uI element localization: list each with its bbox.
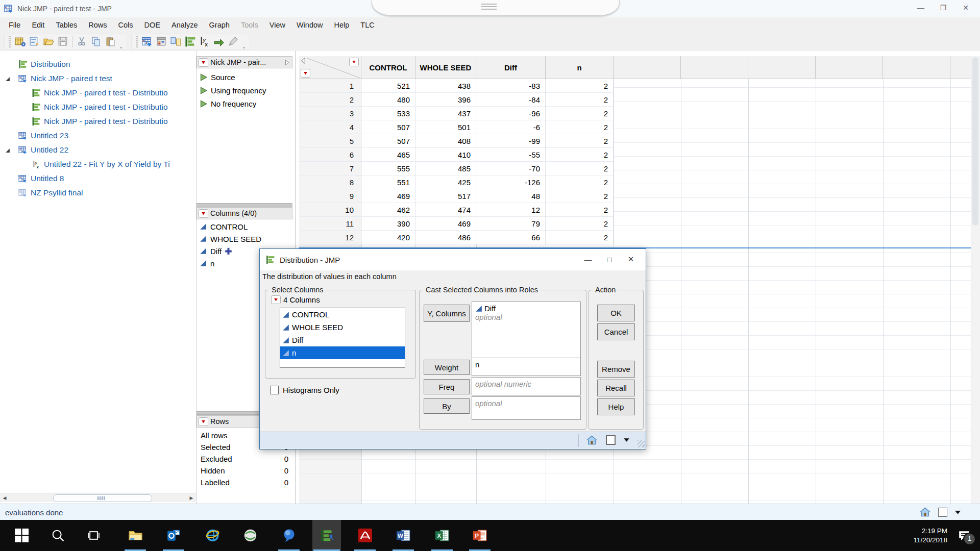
columns-red-triangle-icon[interactable] [349, 58, 359, 66]
red-triangle-icon[interactable] [199, 209, 208, 218]
table-cell[interactable]: 507 [361, 134, 415, 148]
toolbar-grip-icon[interactable] [9, 36, 11, 47]
table-cell[interactable]: 396 [415, 93, 476, 107]
table-cell[interactable]: 66 [476, 231, 546, 244]
dialog-close-button[interactable]: ✕ [620, 251, 642, 267]
taskbar-search-icon[interactable] [43, 520, 72, 551]
scroll-thumb[interactable] [972, 57, 978, 226]
column-header-empty[interactable] [883, 56, 950, 79]
row-number[interactable]: 1 [299, 79, 361, 93]
dialog-column-item[interactable]: n [280, 346, 405, 359]
column-item[interactable]: WHOLE SEED [200, 233, 261, 245]
table-cell[interactable]: 2 [546, 231, 614, 244]
row-number[interactable]: 12 [299, 231, 361, 244]
toolbar-new-journal-icon[interactable] [28, 36, 41, 48]
column-header-empty[interactable] [816, 56, 883, 79]
menu-help[interactable]: Help [329, 17, 355, 32]
taskbar-anyconnect-icon[interactable] [236, 520, 264, 551]
tree-item[interactable]: yxUntitled 22 - Fit Y by X of Yield by T… [0, 157, 196, 171]
row-number[interactable]: 2 [299, 93, 361, 107]
taskbar-acrobat-icon[interactable] [351, 520, 379, 551]
table-cell[interactable]: 438 [415, 79, 476, 93]
table-cell[interactable]: 469 [361, 189, 415, 203]
taskbar-word-icon[interactable]: W [389, 520, 418, 551]
scroll-right-icon[interactable]: ▶ [188, 494, 195, 501]
column-item[interactable]: n [200, 257, 214, 269]
remove-button[interactable]: Remove [597, 361, 635, 378]
column-header-control[interactable]: CONTROL [361, 56, 415, 79]
tree-item[interactable]: Untitled 23 [0, 129, 196, 143]
table-cell[interactable]: 2 [546, 79, 614, 93]
role-assigned-column[interactable]: Diff [475, 304, 577, 313]
ok-button[interactable]: OK [597, 305, 635, 321]
table-cell[interactable]: 425 [415, 176, 476, 189]
network-icon[interactable] [871, 531, 883, 540]
table-cell[interactable]: 2 [546, 203, 614, 217]
help-button[interactable]: Help [597, 398, 635, 415]
table-cell[interactable]: 551 [361, 176, 415, 189]
expander-icon[interactable] [5, 76, 10, 82]
toolbar-cut-icon[interactable] [75, 36, 88, 48]
tree-item[interactable]: Nick JMP - paired t test - Distributio [0, 114, 196, 129]
role-button-weight[interactable]: Weight [424, 360, 470, 375]
table-cell[interactable]: 2 [546, 134, 614, 148]
green-play-icon[interactable] [200, 73, 207, 81]
role-button-by[interactable]: By [424, 398, 470, 414]
footer-dropdown-icon[interactable] [623, 438, 630, 442]
table-cell[interactable]: -6 [476, 120, 546, 134]
table-cell[interactable]: -83 [476, 79, 546, 93]
table-cell[interactable]: 408 [415, 134, 476, 148]
taskbar-start-icon[interactable] [7, 520, 36, 551]
table-cell[interactable]: 480 [361, 93, 415, 107]
table-cell[interactable]: 469 [415, 217, 476, 231]
column-item[interactable]: Diff [200, 245, 236, 257]
table-cell[interactable]: -84 [476, 93, 546, 107]
home-icon[interactable] [586, 435, 597, 445]
table-cell[interactable]: -70 [476, 162, 546, 176]
table-cell[interactable]: 486 [415, 231, 476, 244]
table-script-item[interactable]: Source [200, 70, 235, 84]
toolbar-tabulate-icon[interactable] [155, 36, 168, 48]
toolbar-overflow-icon[interactable]: ⌄ [119, 44, 123, 49]
table-cell[interactable]: 474 [415, 203, 476, 217]
table-cell[interactable]: 521 [361, 79, 415, 93]
tree-item[interactable]: Untitled 22 [0, 143, 196, 157]
cancel-button[interactable]: Cancel [597, 323, 635, 340]
minimize-button[interactable]: — [910, 0, 932, 15]
menu-tlc[interactable]: TLC [355, 17, 380, 32]
histograms-only-option[interactable]: Histograms Only [270, 386, 339, 394]
tree-horizontal-scrollbar[interactable]: ◀▶ [0, 493, 196, 502]
table-script-item[interactable]: No frequency [200, 97, 256, 110]
red-triangle-icon[interactable] [199, 58, 208, 67]
toolbar-fit-y-by-x-icon[interactable]: yx [198, 36, 211, 48]
row-number[interactable]: 8 [299, 176, 361, 189]
role-box-freq[interactable]: optional numeric [472, 377, 581, 395]
action-center-icon[interactable]: 1 [955, 527, 973, 544]
home-icon[interactable] [920, 507, 930, 517]
row-number[interactable]: 10 [299, 203, 361, 217]
table-cell[interactable]: -55 [476, 148, 546, 162]
table-cell[interactable]: 2 [546, 189, 614, 203]
green-play-icon[interactable] [200, 100, 207, 108]
table-cell[interactable]: 465 [361, 148, 415, 162]
collapse-panel-icon[interactable] [301, 57, 306, 64]
table-vertical-scrollbar[interactable] [971, 56, 980, 504]
toolbar-save-icon[interactable] [56, 36, 69, 48]
clock[interactable]: 2:19 PM 11/20/2018 [913, 527, 947, 544]
menu-tables[interactable]: Tables [50, 17, 83, 32]
column-header-empty[interactable] [681, 56, 748, 79]
menu-window[interactable]: Window [291, 17, 329, 32]
table-cell[interactable]: 2 [546, 162, 614, 176]
pen-flyout-handle[interactable] [372, 0, 620, 16]
chevron-right-icon[interactable] [285, 59, 289, 66]
column-header-n[interactable]: n [546, 56, 614, 79]
battery-icon[interactable] [848, 532, 862, 540]
red-triangle-icon[interactable] [199, 417, 208, 426]
status-checkbox[interactable] [938, 508, 947, 517]
taskbar-jmp-icon[interactable] [312, 520, 341, 551]
tree-item[interactable]: Distribution [0, 57, 196, 71]
menu-tools[interactable]: Tools [235, 17, 264, 32]
column-item[interactable]: CONTROL [200, 220, 248, 233]
role-box-weight[interactable]: n [472, 358, 581, 376]
role-button-freq[interactable]: Freq [424, 379, 470, 394]
